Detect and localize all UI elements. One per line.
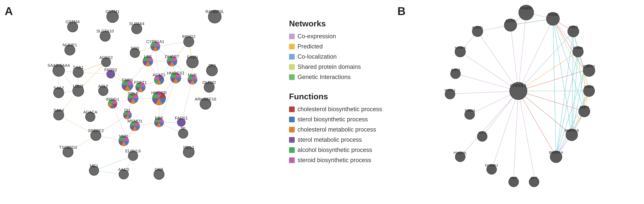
svg-text:NUFIP1: NUFIP1 bbox=[62, 43, 77, 47]
legend-chol-bio: cholesterol biosynthetic process bbox=[289, 106, 386, 113]
svg-text:ZP3: ZP3 bbox=[208, 63, 216, 68]
colocalization-color bbox=[289, 54, 295, 60]
svg-text:ACACA: ACACA bbox=[83, 110, 98, 114]
svg-text:TSC22D3: TSC22D3 bbox=[59, 145, 77, 150]
svg-text:BMPR2: BMPR2 bbox=[583, 64, 595, 68]
svg-line-200 bbox=[492, 91, 518, 169]
svg-text:SAA4: SAA4 bbox=[54, 108, 64, 113]
svg-text:MVD: MVD bbox=[119, 134, 128, 139]
svg-text:BMPR1A: BMPR1A bbox=[549, 151, 563, 155]
svg-text:SLC2A4: SLC2A4 bbox=[129, 21, 144, 26]
svg-text:ECM2: ECM2 bbox=[506, 19, 515, 23]
shared-domains-label: Shared protein domains bbox=[298, 63, 361, 70]
svg-text:FASN: FASN bbox=[187, 55, 198, 59]
svg-text:DI1: DI1 bbox=[124, 108, 130, 113]
svg-text:EBP: EBP bbox=[155, 116, 163, 120]
svg-text:EFEMP1: EFEMP1 bbox=[485, 164, 498, 167]
svg-text:SCD: SCD bbox=[130, 46, 139, 51]
colocalization-label: Co-localization bbox=[298, 53, 336, 60]
svg-line-214 bbox=[518, 31, 573, 91]
steroid-bio-color bbox=[289, 157, 295, 163]
legend-divider bbox=[289, 84, 386, 92]
svg-text:INSIG2: INSIG2 bbox=[182, 34, 196, 39]
svg-text:ACAT2: ACAT2 bbox=[152, 73, 166, 77]
svg-line-199 bbox=[460, 91, 518, 157]
svg-text:CKB: CKB bbox=[155, 167, 163, 172]
svg-text:MYH11: MYH11 bbox=[444, 88, 456, 92]
svg-text:FDPS: FDPS bbox=[122, 78, 133, 82]
svg-text:FADS2: FADS2 bbox=[104, 67, 117, 72]
svg-line-191 bbox=[518, 12, 526, 91]
svg-text:BMPR1B: BMPR1B bbox=[565, 129, 579, 133]
coexpression-label: Co-expression bbox=[298, 33, 336, 40]
predicted-label: Predicted bbox=[298, 43, 323, 50]
svg-text:SQLE: SQLE bbox=[128, 91, 138, 96]
sterol-met-label: sterol metabolic process bbox=[298, 136, 362, 143]
svg-text:FADS1: FADS1 bbox=[175, 116, 188, 120]
svg-line-224 bbox=[553, 19, 556, 157]
svg-text:OLFM2: OLFM2 bbox=[202, 80, 216, 85]
functions-title: Functions bbox=[289, 92, 386, 101]
svg-text:LDLR: LDLR bbox=[73, 84, 84, 88]
svg-text:HFE2: HFE2 bbox=[569, 25, 578, 29]
legend-panel-a: Networks Co-expression Predicted Co-loca… bbox=[283, 0, 393, 204]
svg-text:RANBP3L: RANBP3L bbox=[206, 9, 224, 14]
svg-text:INSIG1: INSIG1 bbox=[106, 97, 119, 102]
genetic-color bbox=[289, 74, 295, 80]
svg-text:GSTM1: GSTM1 bbox=[106, 9, 120, 14]
svg-text:MVK: MVK bbox=[188, 73, 197, 77]
legend-sterol-bio: sterol biosynthetic process bbox=[289, 116, 386, 123]
main-container: A bbox=[0, 0, 644, 204]
chol-met-color bbox=[289, 127, 295, 133]
sterol-bio-color bbox=[289, 117, 295, 122]
svg-text:SLC7A10: SLC7A10 bbox=[96, 29, 114, 33]
svg-line-187 bbox=[518, 71, 584, 91]
coexpression-color bbox=[289, 33, 295, 39]
svg-text:FDFT1: FDFT1 bbox=[134, 80, 147, 85]
svg-line-202 bbox=[518, 91, 534, 176]
chol-met-label: cholesterol metabolic process bbox=[298, 126, 376, 133]
svg-text:RGMB: RGMB bbox=[548, 12, 558, 16]
networks-title: Networks bbox=[289, 19, 386, 28]
svg-text:PDGFRL: PDGFRL bbox=[454, 151, 467, 155]
svg-text:SAA2: SAA2 bbox=[54, 86, 64, 90]
svg-text:ARHGEF16: ARHGEF16 bbox=[194, 97, 216, 101]
svg-text:CYP51A1: CYP51A1 bbox=[146, 39, 164, 44]
svg-text:CILP: CILP bbox=[510, 176, 518, 180]
svg-text:IGF1: IGF1 bbox=[478, 131, 486, 134]
svg-text:SREBF2: SREBF2 bbox=[88, 128, 104, 133]
svg-text:TF: TF bbox=[181, 126, 186, 131]
panel-a: A bbox=[0, 0, 283, 204]
chol-bio-color bbox=[289, 106, 295, 112]
legend-predicted: Predicted bbox=[289, 43, 386, 50]
svg-text:ACKR1: ACKR1 bbox=[472, 25, 483, 29]
svg-line-196 bbox=[450, 91, 518, 94]
svg-text:THBS4: THBS4 bbox=[464, 109, 475, 112]
alcohol-bio-label: alcohol biosynthetic process bbox=[298, 147, 372, 153]
svg-text:IGLL1: IGLL1 bbox=[183, 145, 194, 150]
svg-text:AACS: AACS bbox=[118, 167, 129, 172]
svg-text:HMGCS1: HMGCS1 bbox=[167, 71, 184, 75]
svg-text:LSS: LSS bbox=[144, 54, 152, 59]
svg-text:DHCR7: DHCR7 bbox=[165, 54, 179, 59]
network-graph-b: CHRDL1 BAMBI ECM2 RGMB ACKR1 HFE2 bbox=[393, 0, 644, 204]
svg-text:SAA1: SAA1 bbox=[73, 65, 84, 70]
svg-text:MSMO1: MSMO1 bbox=[128, 119, 142, 123]
svg-line-188 bbox=[553, 19, 584, 71]
svg-line-208 bbox=[518, 52, 578, 91]
svg-text:CHRDL1: CHRDL1 bbox=[510, 83, 526, 88]
svg-text:ACSS2: ACSS2 bbox=[100, 55, 113, 60]
network-graph-a: HMGCR FDPS FDFT1 ACAT2 bbox=[0, 0, 283, 204]
svg-text:BMP4: BMP4 bbox=[584, 85, 594, 89]
legend-steroid-bio: steroid biosynthetic process bbox=[289, 157, 386, 164]
svg-line-184 bbox=[518, 91, 572, 135]
svg-text:AOC3: AOC3 bbox=[451, 68, 460, 71]
svg-line-193 bbox=[460, 52, 518, 91]
shared-domains-color bbox=[289, 64, 295, 70]
legend-sterol-met: sterol metabolic process bbox=[289, 136, 386, 143]
legend-shared-domains: Shared protein domains bbox=[289, 63, 386, 70]
legend-coexpression: Co-expression bbox=[289, 33, 386, 40]
legend-chol-met: cholesterol metabolic process bbox=[289, 126, 386, 133]
svg-text:MFAP4: MFAP4 bbox=[455, 46, 466, 49]
legend-colocalization: Co-localization bbox=[289, 53, 386, 60]
